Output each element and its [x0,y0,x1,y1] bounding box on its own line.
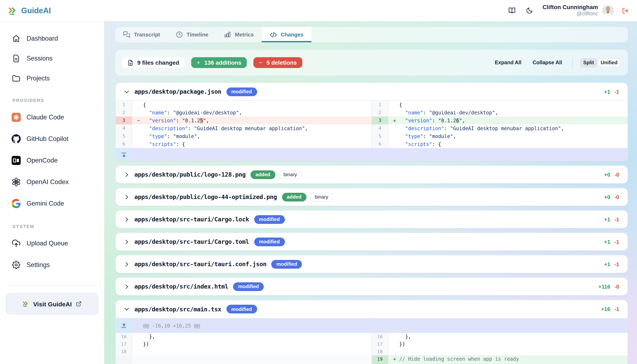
diff-line-left [116,355,372,363]
gear-icon [12,260,21,270]
split-view-button[interactable]: Split [580,58,597,67]
additions-count: +1 [604,88,610,95]
sidebar-item-github-copilot[interactable]: GitHub Copilot [6,128,98,149]
sidebar-item-label: Projects [26,74,50,82]
diff-line-marker [392,141,398,147]
expand-all-button[interactable]: Expand All [495,60,521,66]
logout-icon[interactable] [620,5,631,16]
sidebar-section-label-system: SYSTEM [6,215,98,233]
diff-line-right: 1 { [372,101,628,108]
user-handle: @cliftonc [542,11,598,18]
hunk-header-row: @@ -16,10 +16,25 @@ [116,318,372,333]
file-stats: +1-1 [604,216,619,222]
diff-line-code: "type": "module", [132,132,372,140]
file-path: apps/desktop/src-tauri/Cargo.lock [134,216,249,223]
files-changed-pill: 9 files changed [122,57,184,68]
user-name: Clifton Cunningham [542,4,598,11]
sidebar-item-projects[interactable]: Projects [6,69,98,88]
chevron-right-icon[interactable] [124,216,130,222]
sidebar-item-opencode[interactable]: OpenCode [6,150,98,171]
avatar[interactable] [602,5,614,16]
expand-down-button[interactable] [116,148,132,161]
deletions-count: -1 [614,238,619,245]
diff-line-code: }) [132,340,372,348]
diff-line-left: 5 "type": "module", [116,132,372,140]
file-card-header[interactable]: apps/desktop/src/index.htmlmodified+116-… [116,278,628,295]
chevron-down-icon[interactable] [124,88,130,95]
dark-mode-moon-icon[interactable] [523,5,535,16]
diff-line-marker: + [392,356,398,362]
content-shell: DashboardSessionsProjectsPROVIDERSClaude… [0,22,637,364]
sidebar-item-label: Upload Queue [26,240,68,247]
sidebar-item-upload-queue[interactable]: Upload Queue [6,233,98,254]
chevron-down-icon[interactable] [124,306,130,312]
visit-guideai-button[interactable]: Visit GuideAI [6,293,98,315]
tab-bar: TranscriptTimelineMetricsChanges [115,27,628,42]
diff-line-number: 4 [372,124,388,132]
sidebar-item-label: Sessions [26,55,53,62]
file-path: apps/desktop/src-tauri/Cargo.toml [134,238,249,245]
diff-line-left: 1 { [116,101,372,108]
tab-changes[interactable]: Changes [262,27,312,42]
status-badge: modified [254,237,285,246]
unified-view-button[interactable]: Unified [598,58,620,67]
chevron-right-icon[interactable] [124,194,130,200]
sidebar-item-label: OpenCode [26,157,58,164]
brand-logo[interactable]: GuideAI [8,6,51,15]
file-stats: +116-0 [598,283,619,290]
tab-label: Metrics [235,32,254,38]
sidebar-item-sessions[interactable]: Sessions [6,49,98,68]
chevron-right-icon[interactable] [124,172,130,178]
tab-metrics[interactable]: Metrics [216,27,262,42]
file-stats: +0-0 [604,172,619,178]
additions-count: +1 [604,238,610,245]
chat-icon [123,31,130,38]
diff-line-left [116,363,372,364]
diff-line-code: { [132,101,372,108]
diff-line-number: 4 [116,124,132,132]
file-card-header[interactable]: apps/desktop/src-tauri/tauri.conf.jsonmo… [116,256,628,273]
diff-line-left: 3− "version": "0.1.25", [116,116,372,124]
file-stats: +0-0 [604,194,619,200]
sidebar-item-gemini-code[interactable]: Gemini Code [6,193,98,214]
tab-timeline[interactable]: Timeline [168,27,216,42]
summary-separator [572,58,573,68]
file-card-header[interactable]: apps/desktop/src-tauri/Cargo.tomlmodifie… [116,233,628,250]
diff-line-number: 6 [372,140,388,148]
tab-transcript[interactable]: Transcript [115,27,168,42]
diff-line-number: 16 [372,333,388,340]
file-card-header[interactable]: apps/desktop/package.jsonmodified+1-1 [116,83,628,100]
diff-line-code: }, [132,333,372,340]
chevron-right-icon[interactable] [124,261,130,267]
sidebar-item-claude-code[interactable]: Claude Code [6,107,98,128]
deletions-count: -1 [614,216,619,222]
sidebar-item-openai-codex[interactable]: OpenAI Codex [6,172,98,192]
collapse-all-button[interactable]: Collapse All [532,60,562,66]
deletions-pill: − 5 deletions [254,57,302,68]
sidebar-item-settings[interactable]: Settings [6,254,98,275]
additions-count: +16 [601,306,610,312]
diff-line-code: "scripts": { [388,140,628,148]
diff-line-code: }) [388,340,628,348]
diff-line-code [388,348,628,355]
file-card-header[interactable]: apps/desktop/public/logo-44-optimized.pn… [116,188,628,206]
file-card: apps/desktop/public/logo-128.pngaddedbin… [115,166,628,184]
docs-book-icon[interactable] [506,5,518,16]
chevron-right-icon[interactable] [124,283,130,290]
hunk-header-continuation [372,318,628,333]
expand-row-continuation [372,148,628,161]
sidebar-section-label-providers: PROVIDERS [6,89,98,107]
expand-up-button[interactable] [116,318,132,333]
diff-line-code: "name": "@guideai-dev/desktop", [132,108,372,116]
sidebar-item-dashboard[interactable]: Dashboard [6,29,98,48]
file-card-header[interactable]: apps/desktop/src-tauri/Cargo.lockmodifie… [116,210,628,228]
chevron-right-icon[interactable] [124,238,130,245]
file-card-header[interactable]: apps/desktop/public/logo-128.pngaddedbin… [116,166,628,183]
diff-line-left: 17 }) [116,340,372,348]
status-badge: modified [254,215,285,224]
additions-count: +0 [604,194,610,200]
diff-line-left: 6 "scripts": { [116,140,372,148]
file-card-header[interactable]: apps/desktop/src/main.tsxmodified+16-1 [116,300,628,318]
tab-label: Timeline [186,32,208,38]
brand-name: GuideAI [21,6,51,15]
